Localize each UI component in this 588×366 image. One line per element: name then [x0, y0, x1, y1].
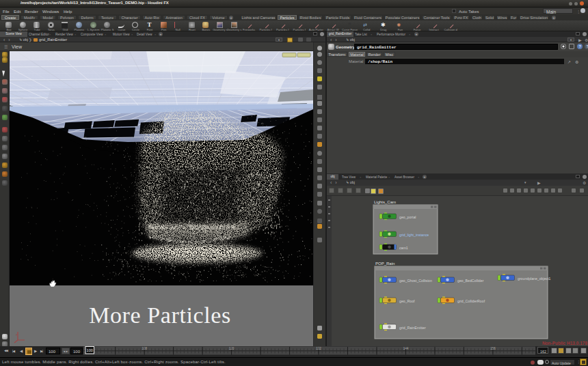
svg-text:geo_Roof: geo_Roof: [399, 299, 415, 303]
svg-text:100: 100: [87, 348, 93, 352]
svg-text:geo_BedCollider: geo_BedCollider: [457, 279, 484, 283]
svg-text:groundplane_object1: groundplane_object1: [518, 277, 551, 281]
svg-text:cam1: cam1: [399, 246, 408, 250]
svg-text:grid_RainEmitter: grid_RainEmitter: [399, 326, 426, 330]
svg-text:156: 156: [490, 347, 496, 350]
svg-text:grid_light_instance: grid_light_instance: [399, 233, 429, 237]
svg-text:y: y: [16, 333, 17, 336]
svg-text:108: 108: [142, 347, 147, 350]
svg-text:grid_ColliderRoof: grid_ColliderRoof: [457, 299, 485, 303]
svg-text:Non-Public H13.0.178: Non-Public H13.0.178: [542, 341, 587, 346]
svg-text:Lights_Cam: Lights_Cam: [374, 200, 396, 204]
svg-text:144: 144: [403, 347, 409, 350]
svg-text:120: 120: [229, 347, 235, 350]
svg-text:geo_Ghost_Collision: geo_Ghost_Collision: [399, 279, 432, 283]
svg-text:geo_portal: geo_portal: [399, 215, 416, 219]
svg-text:More Particles: More Particles: [89, 302, 231, 328]
svg-text:POP_Rain: POP_Rain: [375, 262, 395, 266]
svg-text:132: 132: [316, 347, 321, 350]
